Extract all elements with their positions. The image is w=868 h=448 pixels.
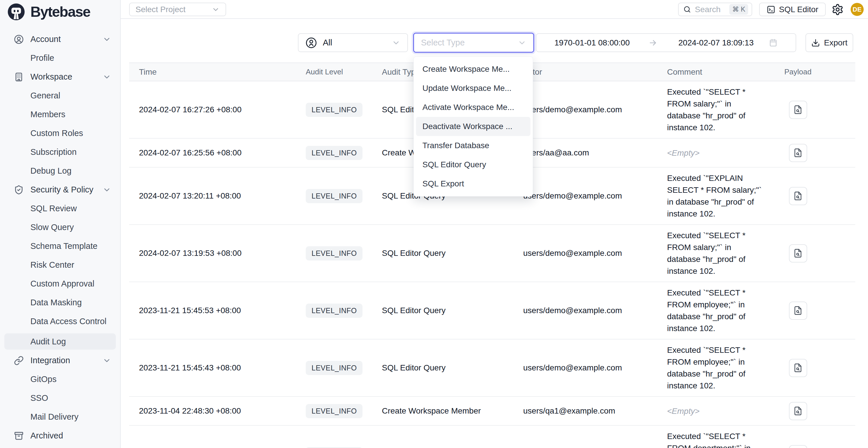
sql-editor-button[interactable]: SQL Editor	[759, 3, 826, 16]
sidebar-item-debug-log[interactable]: Debug Log	[4, 164, 116, 178]
date-range-picker[interactable]: 1970-01-01 08:00:00 2024-02-07 18:09:13	[536, 33, 796, 52]
payload-view-button[interactable]	[789, 402, 807, 420]
sidebar-item-data-access-control[interactable]: Data Access Control	[4, 315, 116, 328]
cell-time: 2024-02-07 16:27:26 +08:00	[139, 105, 306, 114]
export-button[interactable]: Export	[805, 33, 853, 52]
sidebar-item-label: GitOps	[30, 375, 57, 384]
cell-comment: <Empty>	[667, 147, 778, 159]
payload-view-button[interactable]	[789, 144, 807, 162]
level-badge: LEVEL_INFO	[306, 103, 363, 117]
user-circle-icon	[305, 37, 317, 49]
sidebar-item-sso[interactable]: SSO	[4, 391, 116, 405]
table-row[interactable]: 2023-11-21 15:45:43 +08:00 LEVEL_INFO SQ…	[129, 340, 855, 397]
cell-audit-type: Create Workspace Member	[382, 406, 523, 416]
type-menu-item[interactable]: SQL Export	[416, 174, 530, 193]
file-search-icon	[793, 363, 803, 373]
date-from-value[interactable]: 1970-01-01 08:00:00	[554, 38, 630, 47]
search-icon	[683, 5, 691, 13]
bytebase-logo[interactable]: Bytebase	[7, 3, 90, 21]
level-badge: LEVEL_INFO	[306, 189, 363, 203]
sidebar-item-slow-query[interactable]: Slow Query	[4, 221, 116, 234]
sidebar-item-label: Custom Roles	[30, 128, 83, 138]
column-header-audit-level: Audit Level	[306, 67, 382, 76]
cell-audit-level: LEVEL_INFO	[306, 246, 382, 260]
chevron-down-icon	[102, 73, 111, 81]
sidebar-item-label: Data Masking	[30, 298, 82, 307]
type-menu-item[interactable]: Deactivate Workspace ...	[416, 117, 530, 136]
sidebar-item-label: Data Access Control	[30, 317, 106, 326]
cell-payload	[778, 187, 818, 205]
sidebar-item-gitops[interactable]: GitOps	[4, 373, 116, 386]
level-badge: LEVEL_INFO	[306, 361, 363, 375]
sidebar-item-custom-roles[interactable]: Custom Roles	[4, 126, 116, 140]
sidebar-section-account[interactable]: Account	[4, 32, 116, 46]
main-content: All Select Type 1970-01-01 08:00:00 2024…	[121, 19, 868, 448]
cell-payload	[778, 301, 818, 320]
file-search-icon	[793, 148, 803, 158]
sidebar-item-profile[interactable]: Profile	[4, 51, 116, 65]
column-header-time: Time	[139, 67, 306, 77]
payload-view-button[interactable]	[789, 301, 807, 320]
sidebar-item-schema-template[interactable]: Schema Template	[4, 239, 116, 253]
sidebar-section-workspace[interactable]: Workspace	[4, 70, 116, 84]
sidebar-section-archived[interactable]: Archived	[4, 429, 116, 443]
payload-view-button[interactable]	[789, 187, 807, 205]
sidebar-item-risk-center[interactable]: Risk Center	[4, 258, 116, 272]
payload-view-button[interactable]	[789, 359, 807, 377]
file-search-icon	[793, 306, 803, 315]
type-menu-item[interactable]: Activate Workspace Me...	[416, 98, 530, 117]
table-row[interactable]: 2023-11-04 22:48:30 +08:00 LEVEL_INFO Cr…	[129, 397, 855, 426]
sidebar-item-general[interactable]: General	[4, 89, 116, 102]
type-menu-item[interactable]: Update Workspace Me...	[416, 79, 530, 98]
sidebar-item-label: Risk Center	[30, 260, 74, 270]
type-filter-dropdown-menu: Create Workspace Me...Update Workspace M…	[413, 57, 533, 196]
payload-view-button[interactable]	[789, 445, 807, 448]
cell-audit-level: LEVEL_INFO	[306, 103, 382, 117]
sidebar-section-integration[interactable]: Integration	[4, 354, 116, 367]
date-to-value[interactable]: 2024-02-07 18:09:13	[678, 38, 754, 47]
level-badge: LEVEL_INFO	[306, 146, 363, 160]
cell-payload	[778, 101, 818, 119]
cell-audit-level: LEVEL_INFO	[306, 146, 382, 160]
payload-view-button[interactable]	[789, 101, 807, 119]
type-filter-select[interactable]: Select Type	[413, 33, 534, 53]
cell-audit-level: LEVEL_INFO	[306, 404, 382, 418]
table-row[interactable]: 2023-11-04 21:26:34 +08:00 LEVEL_INFO SQ…	[129, 426, 855, 448]
cell-audit-level: LEVEL_INFO	[306, 447, 382, 448]
payload-view-button[interactable]	[789, 244, 807, 262]
sidebar-item-sql-review[interactable]: SQL Review	[4, 202, 116, 215]
level-badge: LEVEL_INFO	[306, 246, 363, 260]
actor-filter-select[interactable]: All	[298, 33, 408, 52]
sidebar-item-subscription[interactable]: Subscription	[4, 145, 116, 159]
settings-gear-icon[interactable]	[832, 3, 844, 15]
sidebar-item-members[interactable]: Members	[4, 108, 116, 121]
type-menu-item[interactable]: SQL Editor Query	[416, 155, 530, 174]
arrow-right-icon	[648, 38, 657, 47]
search-input[interactable]: Search ⌘ K	[678, 3, 752, 16]
cell-time: 2023-11-21 15:45:43 +08:00	[139, 363, 306, 373]
search-placeholder: Search	[695, 5, 725, 14]
cell-actor: users/demo@example.com	[523, 306, 667, 315]
table-row[interactable]: 2024-02-07 13:19:53 +08:00 LEVEL_INFO SQ…	[129, 225, 855, 282]
sidebar-item-mail-delivery[interactable]: Mail Delivery	[4, 410, 116, 424]
topbar: Select Project Search ⌘ K SQL Editor DE	[121, 0, 868, 19]
user-avatar[interactable]: DE	[850, 3, 864, 16]
cell-time: 2023-11-04 22:48:30 +08:00	[139, 406, 306, 416]
chevron-down-icon	[102, 356, 111, 365]
cell-audit-type: SQL Editor Query	[382, 306, 523, 315]
table-row[interactable]: 2023-11-21 15:45:53 +08:00 LEVEL_INFO SQ…	[129, 282, 855, 340]
sidebar-section-security-policy[interactable]: Security & Policy	[4, 183, 116, 196]
download-icon	[811, 38, 820, 47]
type-menu-item[interactable]: Create Workspace Me...	[416, 60, 530, 79]
cell-comment: Executed `"EXPLAIN SELECT * FROM salary;…	[667, 172, 778, 220]
type-menu-item[interactable]: Transfer Database	[416, 136, 530, 155]
building-icon	[14, 72, 24, 82]
cell-audit-type: SQL Editor Query	[382, 249, 523, 258]
project-select[interactable]: Select Project	[129, 3, 226, 16]
sidebar-item-data-masking[interactable]: Data Masking	[4, 296, 116, 309]
sidebar-item-audit-log[interactable]: Audit Log	[4, 333, 116, 350]
sidebar-section-label: Workspace	[30, 72, 72, 82]
cell-comment: Executed `"SELECT * FROM salary;"` in da…	[667, 86, 778, 133]
sidebar-item-custom-approval[interactable]: Custom Approval	[4, 277, 116, 291]
search-shortcut-badge: ⌘ K	[729, 4, 748, 15]
